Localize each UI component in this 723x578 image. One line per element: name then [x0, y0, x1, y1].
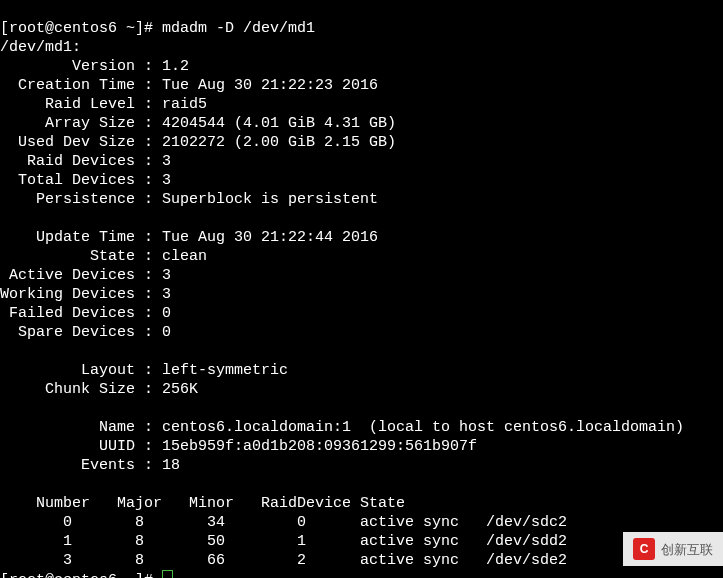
field-active-devices: Active Devices : 3 — [0, 267, 171, 284]
watermark: C 创新互联 — [623, 532, 723, 566]
field-chunk-size: Chunk Size : 256K — [0, 381, 198, 398]
field-version: Version : 1.2 — [0, 58, 189, 75]
field-persistence: Persistence : Superblock is persistent — [0, 191, 378, 208]
field-events: Events : 18 — [0, 457, 180, 474]
field-raid-level: Raid Level : raid5 — [0, 96, 207, 113]
field-creation-time: Creation Time : Tue Aug 30 21:22:23 2016 — [0, 77, 378, 94]
field-spare-devices: Spare Devices : 0 — [0, 324, 171, 341]
table-row: 3 8 66 2 active sync /dev/sde2 — [0, 552, 567, 569]
field-state: State : clean — [0, 248, 207, 265]
field-uuid: UUID : 15eb959f:a0d1b208:09361299:561b90… — [0, 438, 477, 455]
field-array-size: Array Size : 4204544 (4.01 GiB 4.31 GB) — [0, 115, 396, 132]
field-failed-devices: Failed Devices : 0 — [0, 305, 171, 322]
watermark-text: 创新互联 — [661, 540, 713, 559]
prompt-line-2[interactable]: [root@centos6 ~]# — [0, 572, 173, 578]
cursor-icon — [162, 570, 173, 578]
field-working-devices: Working Devices : 3 — [0, 286, 171, 303]
table-row: 1 8 50 1 active sync /dev/sdd2 — [0, 533, 567, 550]
field-name: Name : centos6.localdomain:1 (local to h… — [0, 419, 684, 436]
field-layout: Layout : left-symmetric — [0, 362, 288, 379]
terminal-output[interactable]: [root@centos6 ~]# mdadm -D /dev/md1 /dev… — [0, 0, 723, 578]
watermark-logo-icon: C — [633, 538, 655, 560]
field-update-time: Update Time : Tue Aug 30 21:22:44 2016 — [0, 229, 378, 246]
device-path: /dev/md1: — [0, 39, 81, 56]
field-raid-devices: Raid Devices : 3 — [0, 153, 171, 170]
field-total-devices: Total Devices : 3 — [0, 172, 171, 189]
field-used-dev-size: Used Dev Size : 2102272 (2.00 GiB 2.15 G… — [0, 134, 396, 151]
prompt-line-1: [root@centos6 ~]# mdadm -D /dev/md1 — [0, 20, 315, 37]
table-row: 0 8 34 0 active sync /dev/sdc2 — [0, 514, 567, 531]
device-table-header: Number Major Minor RaidDevice State — [0, 495, 405, 512]
